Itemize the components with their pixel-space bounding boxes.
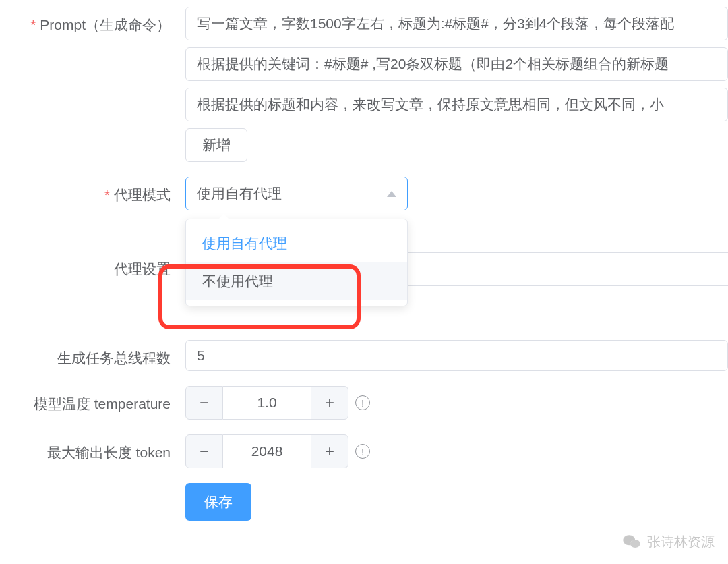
prompt-label: Prompt（生成命令） [0,7,185,34]
info-icon[interactable]: ! [355,444,370,459]
threads-input[interactable] [185,340,728,371]
save-button[interactable]: 保存 [185,483,251,521]
save-row: 保存 [0,483,728,521]
prompt-row: Prompt（生成命令） 写一篇文章，字数1500字左右，标题为:#标题#，分3… [0,7,728,162]
add-prompt-button[interactable]: 新增 [185,128,247,162]
temperature-label: 模型温度 temperature [0,386,185,414]
save-content: 保存 [185,483,728,521]
temperature-decrease-button[interactable]: − [185,386,223,420]
prompt-content: 写一篇文章，字数1500字左右，标题为:#标题#，分3到4个段落，每个段落配 根… [185,7,728,162]
watermark: 张诗林资源 [621,532,715,552]
svg-point-2 [630,540,640,548]
proxy-mode-content: 使用自有代理 使用自有代理 不使用代理 [185,177,728,210]
proxy-mode-row: 代理模式 使用自有代理 使用自有代理 不使用代理 [0,177,728,210]
prompt-item-0[interactable]: 写一篇文章，字数1500字左右，标题为:#标题#，分3到4个段落，每个段落配 [185,7,728,40]
temperature-stepper: − + ! [185,386,728,420]
prompt-item-2[interactable]: 根据提供的标题和内容，来改写文章，保持原文意思相同，但文风不同，小 [185,88,728,121]
max-tokens-label: 最大输出长度 token [0,434,185,462]
max-tokens-decrease-button[interactable]: − [185,434,223,468]
wechat-icon [621,532,642,552]
max-tokens-increase-button[interactable]: + [311,434,348,468]
save-spacer [0,483,185,491]
chevron-up-icon [387,191,396,197]
max-tokens-content: − + ! [185,434,728,468]
prompt-item-1[interactable]: 根据提供的关键词：#标题# ,写20条双标题（即由2个相关标题组合的新标题 [185,47,728,81]
proxy-mode-select[interactable]: 使用自有代理 [185,177,408,210]
info-icon[interactable]: ! [355,395,370,410]
threads-row: 生成任务总线程数 [0,340,728,371]
proxy-mode-label: 代理模式 [0,177,185,204]
dropdown-option-no-proxy[interactable]: 不使用代理 [186,262,407,300]
temperature-row: 模型温度 temperature − + ! [0,386,728,420]
proxy-mode-dropdown: 使用自有代理 不使用代理 [185,219,408,306]
proxy-setting-label: 代理设置 [0,260,185,279]
max-tokens-stepper: − + ! [185,434,728,468]
dropdown-option-own-proxy[interactable]: 使用自有代理 [186,225,407,262]
temperature-content: − + ! [185,386,728,420]
threads-content [185,340,728,371]
temperature-increase-button[interactable]: + [311,386,348,420]
max-tokens-row: 最大输出长度 token − + ! [0,434,728,468]
watermark-text: 张诗林资源 [647,533,715,551]
max-tokens-input[interactable] [223,434,311,468]
proxy-mode-selected: 使用自有代理 [197,184,282,203]
threads-label: 生成任务总线程数 [0,340,185,368]
temperature-input[interactable] [223,386,311,420]
